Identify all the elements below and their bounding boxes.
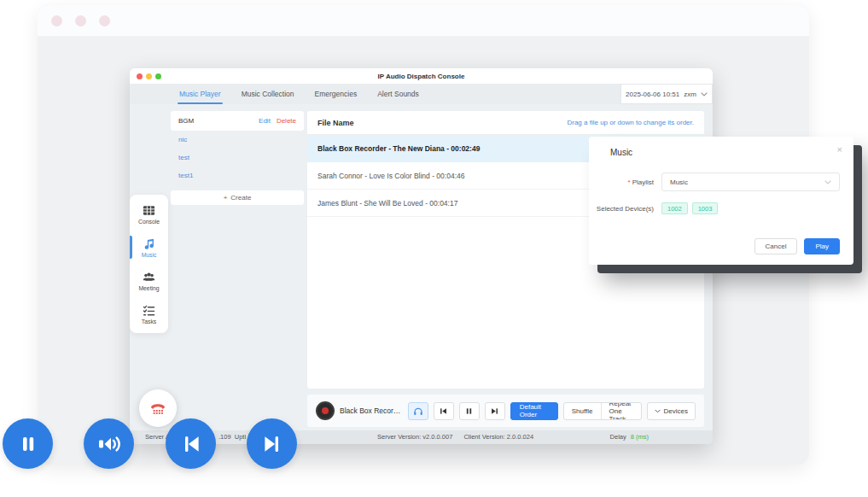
cancel-button[interactable]: Cancel bbox=[754, 238, 798, 254]
music-play-dialog: Music × *Playlist Music Selected Device(… bbox=[589, 137, 853, 265]
close-icon[interactable]: × bbox=[837, 144, 842, 155]
previous-track-icon bbox=[440, 407, 447, 415]
playlist-name: BGM bbox=[178, 117, 253, 125]
next-track-button[interactable] bbox=[485, 402, 505, 420]
server-version-text: Server Version: v2.0.0.007 bbox=[377, 430, 452, 444]
playlist-edit-button[interactable]: Edit bbox=[259, 117, 271, 125]
status-bar: Server A .109 Upti Server Version: v2.0.… bbox=[130, 430, 713, 444]
device-chip: 1002 bbox=[661, 202, 688, 214]
tab-music-collection[interactable]: Music Collection bbox=[231, 84, 305, 104]
playlist-field-label: *Playlist bbox=[589, 178, 654, 186]
headphone-icon bbox=[413, 406, 423, 416]
pause-icon bbox=[15, 430, 42, 458]
playlist-delete-button[interactable]: Delete bbox=[277, 117, 296, 125]
playlist-item[interactable]: test1 bbox=[171, 167, 304, 184]
tab-music-player[interactable]: Music Player bbox=[169, 84, 231, 104]
nav-label: Tasks bbox=[142, 319, 156, 325]
delay-info: Delay 8 (ms) bbox=[610, 430, 649, 444]
nav-item-console[interactable]: Console bbox=[130, 197, 168, 231]
pause-button[interactable] bbox=[459, 402, 480, 420]
playlist-select[interactable]: Music bbox=[661, 172, 840, 191]
player-bar: Black Box Recorder - The ... bbox=[307, 395, 704, 427]
nav-label: Console bbox=[138, 219, 160, 225]
datetime-text: 2025-06-06 10:51 bbox=[626, 91, 679, 98]
delay-label: Delay bbox=[610, 430, 626, 444]
side-nav: Console Music Meeting bbox=[130, 195, 168, 333]
overlay-volume-button[interactable] bbox=[84, 418, 134, 469]
delay-value: 8 (ms) bbox=[631, 430, 649, 444]
nav-label: Music bbox=[142, 252, 157, 258]
checklist-icon bbox=[143, 304, 155, 317]
people-icon bbox=[143, 271, 155, 284]
playlist-column: BGM Edit Delete nic test test1 + Create bbox=[171, 111, 304, 205]
device-chip-list: 1002 1003 bbox=[661, 202, 718, 214]
shuffle-button[interactable]: Shuffle bbox=[564, 403, 601, 419]
create-playlist-button[interactable]: + Create bbox=[171, 190, 304, 205]
devices-label: Devices bbox=[664, 407, 688, 415]
skip-previous-icon bbox=[178, 430, 205, 458]
chevron-down-icon bbox=[701, 92, 708, 96]
devices-dropdown-button[interactable]: Devices bbox=[647, 402, 696, 420]
repeat-one-track-button[interactable]: Repeat One Track bbox=[601, 403, 641, 419]
vinyl-record-icon bbox=[316, 401, 335, 420]
uptime-fragment: .109 Upti bbox=[218, 430, 246, 444]
window-dot-icon bbox=[75, 15, 86, 26]
nav-item-meeting[interactable]: Meeting bbox=[130, 264, 168, 297]
previous-track-button[interactable] bbox=[434, 402, 454, 420]
background-window-titlebar bbox=[38, 5, 809, 36]
version-info: Server Version: v2.0.0.007 Client Versio… bbox=[377, 430, 533, 444]
playlist-item[interactable]: test bbox=[171, 149, 304, 167]
playlist-item[interactable]: nic bbox=[171, 131, 304, 149]
nav-item-tasks[interactable]: Tasks bbox=[130, 297, 168, 330]
plus-icon: + bbox=[224, 194, 228, 202]
file-list-header: File Name Drag a file up or down to chan… bbox=[307, 111, 704, 135]
tab-bar: Music Player Music Collection Emergencie… bbox=[130, 84, 713, 104]
play-button[interactable]: Play bbox=[804, 238, 840, 254]
dialog-title: Music bbox=[610, 148, 632, 157]
console-grid-icon bbox=[143, 204, 155, 217]
app-titlebar: IP Audio Dispatch Console bbox=[130, 68, 713, 84]
pause-icon bbox=[465, 407, 473, 415]
overlay-next-button[interactable] bbox=[247, 418, 297, 469]
intercom-call-button[interactable] bbox=[139, 389, 177, 427]
tab-alert-sounds[interactable]: Alert Sounds bbox=[367, 84, 429, 104]
nav-item-music[interactable]: Music bbox=[130, 231, 168, 264]
datetime-user-dropdown[interactable]: 2025-06-06 10:51 zxm bbox=[620, 84, 713, 104]
tab-emergencies[interactable]: Emergencies bbox=[305, 84, 368, 104]
device-chip: 1003 bbox=[692, 202, 719, 214]
default-order-button[interactable]: Default Order bbox=[510, 402, 558, 420]
skip-next-icon bbox=[259, 430, 286, 458]
play-mode-group: Shuffle Repeat One Track bbox=[563, 402, 642, 420]
music-note-icon bbox=[143, 237, 155, 250]
window-dot-icon bbox=[99, 15, 110, 26]
overlay-pause-button[interactable] bbox=[3, 418, 53, 469]
next-track-icon bbox=[491, 407, 498, 415]
required-asterisk: * bbox=[628, 178, 631, 186]
create-label: Create bbox=[230, 194, 251, 202]
app-title: IP Audio Dispatch Console bbox=[130, 73, 713, 80]
client-version-text: Client Version: 2.0.0.024 bbox=[463, 430, 533, 444]
speaker-icon bbox=[96, 430, 123, 458]
nav-label: Meeting bbox=[138, 285, 159, 291]
chevron-down-icon bbox=[655, 409, 661, 413]
drag-order-hint: Drag a file up or down to change its ord… bbox=[567, 119, 694, 126]
playlist-row-selected[interactable]: BGM Edit Delete bbox=[171, 111, 304, 131]
chevron-down-icon bbox=[824, 180, 831, 184]
selected-devices-label: Selected Device(s) bbox=[589, 205, 654, 213]
phone-icon bbox=[149, 399, 167, 418]
username-text: zxm bbox=[684, 91, 696, 98]
dialog-footer: Cancel Play bbox=[754, 238, 840, 254]
now-playing-title: Black Box Recorder - The ... bbox=[340, 406, 403, 415]
window-dot-icon bbox=[51, 15, 62, 26]
playlist-select-value: Music bbox=[670, 178, 824, 186]
file-name-column-header: File Name bbox=[317, 119, 567, 127]
screenshot-root: IP Audio Dispatch Console Music Player M… bbox=[0, 0, 868, 497]
overlay-previous-button[interactable] bbox=[166, 418, 216, 469]
monitor-headphone-button[interactable] bbox=[408, 402, 428, 420]
